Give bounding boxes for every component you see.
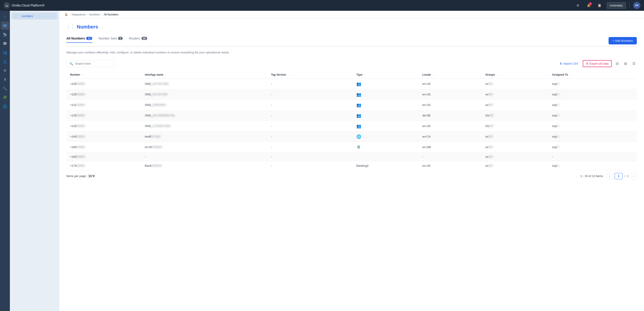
cell-type: 👥 [353, 78, 419, 89]
tab-routers-badge: 16 [141, 37, 147, 40]
import-icon: ⬇ [560, 62, 562, 65]
user-avatar[interactable]: OP [633, 2, 640, 9]
sidebar-icon-phone[interactable]: ☎ [1, 22, 9, 30]
cell-assigned: ocp•• [548, 142, 637, 152]
sidebar-item-numbers[interactable]: ⋮⋮ numbers [12, 12, 57, 20]
page-header: ⋮⋮ Numbers [66, 24, 637, 30]
cell-locale: en-CA [419, 131, 482, 142]
cell-locale: de-DE [419, 110, 482, 121]
table-row: +132•••••••• SND_•• •••••••• •••••• - 👥 … [66, 121, 637, 131]
cell-type: Banking2 [353, 161, 419, 170]
pagination-total-pages: 2 [627, 174, 629, 178]
cell-tagversion: - [268, 152, 353, 161]
cell-tagversion: - [268, 89, 353, 100]
cell-type: 🌐 [353, 131, 419, 142]
cell-type: 🖥 [353, 142, 419, 152]
columns-icon-btn[interactable]: ⊞ [623, 60, 628, 67]
type-globe-icon: 🌐 [356, 134, 361, 139]
tab-routers[interactable]: Routers 16 [129, 34, 147, 43]
table-row: +120•••••••• SND_•••• •••• ••••• - 👥 en-… [66, 89, 637, 100]
toolbar-right: ⬇ Import CSV ⬆ Export all Data ⊟ ⊞ ☰ [558, 60, 637, 67]
table-row: +165•••••••• - - - oc•••• - [66, 152, 637, 161]
tab-all-numbers-label: All Numbers [66, 36, 85, 40]
tabs-row: All Numbers 12 Number Sets 1 Routers 16 [66, 34, 608, 43]
cell-miniapp: SND_•• •••••••• •••••• [141, 121, 268, 131]
notification-badge: 2 [589, 2, 592, 6]
cell-miniapp: SND_•••• •••• ••••• [141, 89, 268, 100]
cell-tagversion: - [268, 161, 353, 170]
cell-number: +125•••••••• [66, 110, 141, 121]
settings-icon: ⚙ [576, 4, 580, 7]
sidebar-icon-tools[interactable]: 🔧 [1, 84, 9, 92]
col-locale[interactable]: Locale ↓ [419, 71, 482, 79]
cell-assigned: ocp•• [548, 78, 637, 89]
sidebar-icon-person[interactable]: 👤 [1, 58, 9, 66]
sidebar-icon-home[interactable]: ⌂ [1, 12, 9, 21]
sidebar-icon-puzzle[interactable]: 🧩 [1, 93, 9, 102]
sidebar-icon-globe[interactable]: 🌐 [1, 102, 9, 110]
sidebar-icon-settings[interactable]: ⚙ [1, 66, 9, 74]
cell-type: 👥 [353, 89, 419, 100]
cell-locale: - [419, 152, 482, 161]
cell-assigned: ocp•• [548, 131, 637, 142]
cell-tagversion: - [268, 100, 353, 110]
pagination-current-page[interactable] [614, 173, 623, 179]
page-title: Numbers [77, 24, 98, 30]
table-header: Number ↓ miniApp name ↓ Tag Version ↓ Ty… [66, 71, 637, 79]
notifications-btn[interactable]: 🔔 2 [585, 2, 592, 9]
cell-number: +120•••••••• [66, 89, 141, 100]
col-type[interactable]: Type ↓ [353, 71, 419, 79]
col-miniapp[interactable]: miniApp name ↓ [141, 71, 268, 79]
import-csv-button[interactable]: ⬇ Import CSV [558, 60, 580, 67]
sidebar-icon-chat[interactable]: 💬 [1, 40, 9, 48]
items-per-page-select[interactable]: 10 25 50 [88, 174, 95, 178]
breadcrumb-home-icon[interactable]: 🏠 [64, 13, 68, 16]
search-box[interactable]: 🔍 [66, 60, 116, 67]
workspace-selector[interactable]: Umbrella1 [607, 2, 626, 9]
cell-miniapp: SND_•••• •••• •••••• [141, 78, 268, 89]
cell-tagversion: - [268, 131, 353, 142]
menu-icon-btn[interactable]: ☰ [631, 60, 637, 67]
cell-tagversion: - [268, 110, 353, 121]
breadcrumb-integrations[interactable]: Integrations [72, 13, 86, 16]
top-nav-right: ⚙ 🔔 2 📋 Umbrella1 OP [574, 2, 640, 9]
col-assigned-to[interactable]: Assigned To ↓ [548, 71, 637, 79]
cell-type: 👥 [353, 100, 419, 110]
cell-tagversion: - [268, 121, 353, 131]
tab-all-numbers[interactable]: All Numbers 12 [66, 34, 92, 43]
drag-handle-icon: ⋮⋮ [14, 14, 20, 18]
table-row: +174•••••••• Bank•••••••••• - Banking2 e… [66, 161, 637, 170]
tab-number-sets[interactable]: Number Sets 1 [98, 34, 123, 43]
export-all-data-button[interactable]: ⬆ Export all Data [583, 60, 612, 67]
sidebar-item-numbers-label: numbers [22, 14, 33, 18]
col-tagversion[interactable]: Tag Version ↓ [268, 71, 353, 79]
page-description: Manage your numbers efficiently. Add, co… [66, 50, 637, 55]
cell-type: 👥 [353, 121, 419, 131]
type-people-icon: 👥 [356, 124, 361, 128]
cell-groups: oc•••• [482, 142, 548, 152]
numbers-table: Number ↓ miniApp name ↓ Tag Version ↓ Ty… [66, 71, 637, 170]
sidebar-icon-signal[interactable]: 📡 [1, 30, 9, 38]
search-input[interactable] [75, 62, 113, 65]
cell-groups: oc•••• [482, 131, 548, 142]
pagination-prev-btn[interactable]: ‹ [606, 173, 613, 179]
cell-miniapp: errJS•••••••••• [141, 142, 268, 152]
settings-icon-btn[interactable]: ⚙ [574, 2, 582, 9]
col-number[interactable]: Number ↓ [66, 71, 141, 79]
sidebar-icon-group[interactable]: 👥 [1, 48, 9, 56]
breadcrumb-numbers[interactable]: Numbers [89, 13, 100, 16]
col-groups[interactable]: Groups ↓ [482, 71, 548, 79]
filter-icon-btn[interactable]: ⊟ [614, 60, 620, 67]
pagination-next-btn[interactable]: › [630, 173, 637, 179]
cell-number: +132•••••••• [66, 121, 141, 131]
cell-number: +174•••••••• [66, 161, 141, 170]
cell-locale: es-US [419, 161, 482, 170]
cell-miniapp: - [141, 152, 268, 161]
app-name: Omilia Cloud Platform® [12, 4, 44, 7]
sidebar-icon-upload[interactable]: ⬆ [1, 76, 9, 84]
cell-groups: Do•••• [482, 110, 548, 121]
cell-number: +121•••••••• [66, 100, 141, 110]
calendar-icon-btn[interactable]: 📋 [596, 2, 603, 9]
cell-number: +120•••••••• [66, 78, 141, 89]
add-numbers-button[interactable]: + Add Numbers [608, 37, 637, 44]
